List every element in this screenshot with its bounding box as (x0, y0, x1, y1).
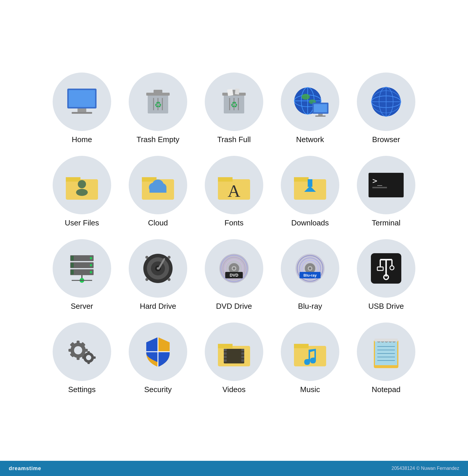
icon-circle-trash-empty: ♻ (129, 73, 187, 131)
icon-label-network: Network (296, 135, 324, 144)
icon-circle-downloads (281, 156, 339, 214)
icon-circle-fonts: A (205, 156, 263, 214)
icon-item-network[interactable]: Network (281, 73, 339, 144)
svg-rect-117 (87, 351, 90, 354)
icon-circle-trash-full: ♻ (205, 73, 263, 131)
icon-item-dvd-drive[interactable]: DVD DVD Drive (205, 239, 263, 311)
svg-point-62 (90, 264, 92, 266)
svg-rect-129 (224, 359, 227, 362)
icon-circle-cloud (129, 156, 187, 214)
icon-circle-network (281, 73, 339, 131)
icon-item-cloud[interactable]: Cloud (129, 156, 187, 227)
svg-rect-118 (87, 361, 90, 364)
svg-point-25 (302, 94, 310, 100)
svg-rect-29 (318, 114, 323, 115)
footer-watermark: 205438124 © Nuwan Fernandez (391, 466, 459, 471)
svg-rect-48 (218, 177, 233, 182)
svg-rect-126 (224, 349, 227, 351)
svg-point-65 (90, 271, 92, 273)
svg-text:>_: >_ (372, 176, 382, 186)
icon-item-security[interactable]: Security (129, 322, 187, 394)
svg-rect-108 (77, 356, 80, 360)
icon-label-music: Music (300, 385, 320, 394)
svg-rect-110 (84, 349, 88, 352)
svg-rect-46 (149, 187, 166, 193)
icon-item-trash-empty[interactable]: ♻ Trash Empty (129, 73, 187, 144)
icon-circle-home (53, 73, 111, 131)
svg-rect-138 (374, 365, 398, 368)
icon-label-trash-full: Trash Full (217, 135, 251, 144)
icon-label-user-files: User Files (65, 218, 99, 227)
icon-item-terminal[interactable]: >_ Terminal (357, 156, 415, 227)
svg-rect-109 (68, 349, 73, 352)
icon-circle-settings (53, 322, 111, 381)
svg-rect-1 (69, 90, 95, 107)
svg-rect-132 (241, 356, 244, 358)
svg-rect-127 (224, 352, 227, 355)
icon-circle-videos (205, 322, 263, 381)
svg-rect-131 (241, 352, 244, 355)
svg-rect-135 (294, 344, 309, 348)
icon-label-trash-empty: Trash Empty (137, 135, 179, 144)
icon-item-downloads[interactable]: Downloads (281, 156, 339, 227)
svg-point-94 (309, 267, 311, 270)
icon-circle-browser (357, 73, 415, 131)
svg-rect-130 (241, 349, 244, 351)
svg-point-106 (74, 346, 82, 354)
svg-rect-107 (77, 341, 80, 345)
svg-rect-149 (374, 339, 398, 342)
svg-rect-3 (72, 112, 92, 114)
icon-label-terminal: Terminal (372, 218, 400, 227)
svg-rect-14 (227, 89, 233, 96)
icon-label-browser: Browser (372, 135, 400, 144)
svg-rect-6 (154, 90, 162, 93)
svg-rect-15 (235, 88, 240, 94)
icon-label-security: Security (144, 385, 172, 394)
icon-circle-dvd-drive: DVD (205, 239, 263, 298)
icon-item-music[interactable]: Music (281, 322, 339, 394)
svg-point-78 (168, 278, 171, 281)
icon-circle-usb-drive (357, 239, 415, 298)
svg-rect-51 (294, 177, 309, 182)
svg-point-39 (78, 180, 86, 188)
icon-label-server: Server (71, 302, 93, 311)
icon-grid: Home ♻ Trash Empty (47, 73, 421, 394)
svg-rect-128 (224, 356, 227, 358)
icon-label-settings: Settings (68, 385, 96, 394)
svg-text:♻: ♻ (230, 100, 238, 109)
icon-item-home[interactable]: Home (53, 73, 111, 144)
svg-point-76 (168, 256, 171, 259)
icon-item-notepad[interactable]: Notepad (357, 322, 415, 394)
footer-logo: dreamstime (9, 465, 41, 472)
icon-item-videos[interactable]: Videos (205, 322, 263, 394)
svg-rect-2 (78, 108, 86, 112)
svg-rect-124 (218, 344, 233, 348)
icon-item-usb-drive[interactable]: USB Drive (357, 239, 415, 311)
icon-circle-security (129, 322, 187, 381)
icon-label-hard-drive: Hard Drive (140, 302, 176, 311)
icon-item-trash-full[interactable]: ♻ Trash Full (205, 73, 263, 144)
svg-rect-53 (308, 179, 312, 187)
svg-rect-133 (241, 359, 244, 362)
icon-item-server[interactable]: Server (53, 239, 111, 311)
icon-label-blu-ray: Blu-ray (298, 302, 322, 311)
icon-label-home: Home (72, 135, 92, 144)
svg-point-77 (145, 278, 148, 281)
icon-item-browser[interactable]: Browser (357, 73, 415, 144)
icon-item-fonts[interactable]: A Fonts (205, 156, 263, 227)
svg-point-85 (233, 267, 235, 270)
icon-circle-hard-drive (129, 239, 187, 298)
icon-item-blu-ray[interactable]: Blu-ray Blu-ray (281, 239, 339, 311)
icon-circle-notepad (357, 322, 415, 381)
icon-label-downloads: Downloads (291, 218, 329, 227)
icon-label-notepad: Notepad (372, 385, 400, 394)
svg-rect-58 (71, 256, 74, 261)
icon-item-user-files[interactable]: User Files (53, 156, 111, 227)
svg-rect-120 (93, 356, 96, 359)
icon-item-settings[interactable]: Settings (53, 322, 111, 394)
svg-rect-56 (372, 187, 387, 188)
svg-rect-136 (374, 341, 398, 368)
svg-rect-30 (315, 115, 326, 117)
icon-item-hard-drive[interactable]: Hard Drive (129, 239, 187, 311)
icon-label-fonts: Fonts (224, 218, 243, 227)
